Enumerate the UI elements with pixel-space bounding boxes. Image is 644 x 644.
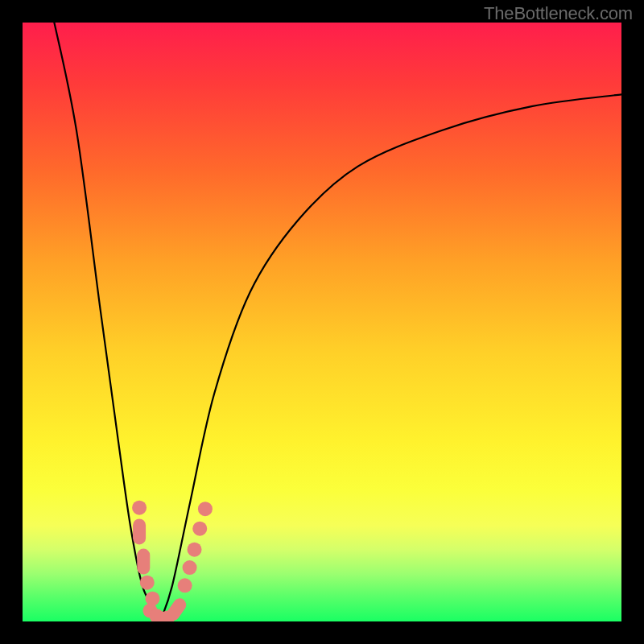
- chart-svg: [23, 23, 621, 621]
- data-point-0: [132, 501, 147, 515]
- data-point-14: [198, 502, 213, 516]
- data-point-1: [133, 518, 146, 544]
- data-point-13: [192, 522, 207, 536]
- curve-right-branch: [160, 94, 621, 621]
- data-point-10: [178, 578, 192, 592]
- data-point-4: [145, 592, 159, 606]
- plot-area: [23, 23, 621, 621]
- data-point-3: [140, 576, 155, 590]
- data-point-2: [137, 549, 150, 575]
- watermark-text: TheBottleneck.com: [484, 3, 633, 24]
- data-point-11: [183, 560, 197, 575]
- data-point-12: [188, 543, 202, 557]
- chart-frame: TheBottleneck.com: [0, 0, 644, 644]
